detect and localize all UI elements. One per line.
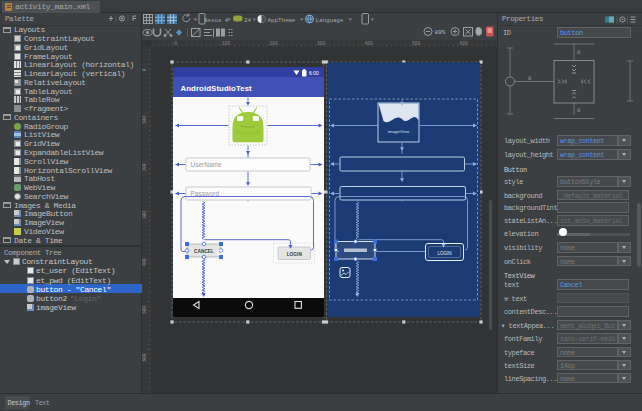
svg-text:100: 100 bbox=[142, 116, 147, 124]
svg-text:200: 200 bbox=[270, 41, 278, 46]
svg-text:Nexus 4: Nexus 4 bbox=[204, 17, 229, 24]
svg-text:8: 8 bbox=[528, 75, 531, 82]
svg-text:0: 0 bbox=[142, 68, 147, 71]
svg-text:CANCEL: CANCEL bbox=[194, 249, 214, 254]
svg-text:600: 600 bbox=[142, 353, 147, 361]
svg-text:100: 100 bbox=[222, 41, 230, 46]
svg-text:400: 400 bbox=[365, 41, 373, 46]
svg-text:LOGIN: LOGIN bbox=[287, 252, 303, 257]
svg-text:300: 300 bbox=[317, 41, 325, 46]
svg-text:8: 8 bbox=[577, 49, 580, 56]
svg-text:UserName: UserName bbox=[191, 161, 222, 168]
svg-text:AppTheme: AppTheme bbox=[268, 17, 296, 24]
svg-text:Language: Language bbox=[316, 17, 344, 24]
svg-text:24: 24 bbox=[244, 17, 251, 24]
svg-text:300: 300 bbox=[142, 211, 147, 219]
svg-text:8: 8 bbox=[577, 107, 580, 114]
svg-text:imageView: imageView bbox=[388, 129, 410, 134]
svg-text:Password: Password bbox=[191, 190, 220, 197]
svg-text:0: 0 bbox=[175, 41, 178, 46]
svg-text:89%: 89% bbox=[435, 29, 446, 36]
svg-text:500: 500 bbox=[142, 306, 147, 314]
svg-text:500: 500 bbox=[412, 41, 420, 46]
svg-text:LOGIN: LOGIN bbox=[437, 251, 451, 256]
svg-text:AndroidStudioTest: AndroidStudioTest bbox=[181, 84, 253, 93]
svg-text:600: 600 bbox=[460, 41, 468, 46]
svg-text:6:00: 6:00 bbox=[309, 70, 319, 76]
svg-text:200: 200 bbox=[142, 163, 147, 171]
svg-text:400: 400 bbox=[142, 258, 147, 266]
